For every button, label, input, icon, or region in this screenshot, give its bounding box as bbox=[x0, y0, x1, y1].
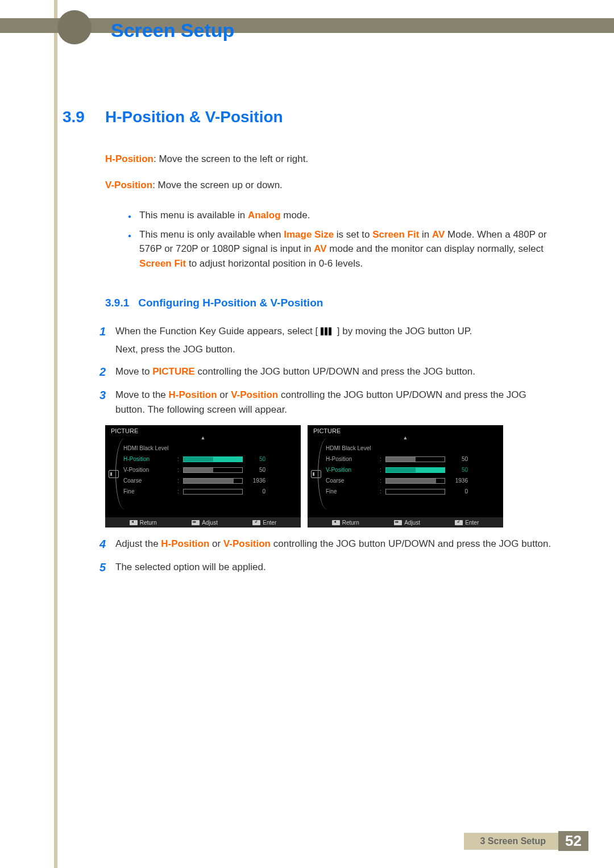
top-header-band bbox=[0, 18, 614, 33]
osd-slider bbox=[183, 456, 243, 462]
osd-row-vposition: V-Position : 50 bbox=[326, 464, 499, 475]
osd-panel-hposition: PICTURE ▲ HDMI Black Level H-Position : … bbox=[105, 425, 301, 528]
osd-curve-decoration bbox=[318, 438, 336, 509]
osd-row-hposition: H-Position : 50 bbox=[123, 454, 296, 464]
osd-row-fine: Fine : 0 bbox=[123, 486, 296, 497]
step-number: 3 bbox=[99, 387, 115, 418]
left-accent-bar bbox=[54, 0, 57, 868]
osd-row-hposition: H-Position : 50 bbox=[326, 454, 499, 464]
osd-slider bbox=[385, 478, 445, 484]
hpos-term: H-Position bbox=[105, 153, 154, 164]
enter-icon bbox=[252, 520, 260, 525]
step-number: 2 bbox=[99, 363, 115, 381]
step-3: 3 Move to the H-Position or V-Position c… bbox=[99, 387, 557, 418]
osd-slider bbox=[183, 489, 243, 495]
subsection-title: Configuring H-Position & V-Position bbox=[138, 297, 323, 309]
footer-chapter-label: 3 Screen Setup bbox=[464, 833, 558, 850]
bullet-icon: ● bbox=[128, 231, 131, 271]
section-number: 3.9 bbox=[63, 108, 105, 126]
vpos-term: V-Position bbox=[105, 180, 152, 190]
osd-title: PICTURE bbox=[105, 425, 301, 435]
bullet-icon: ● bbox=[128, 212, 131, 223]
osd-curve-decoration bbox=[115, 438, 134, 509]
osd-up-arrow-icon: ▲ bbox=[308, 435, 503, 441]
subsection-number: 3.9.1 bbox=[105, 297, 129, 309]
step-5: 5 The selected option will be applied. bbox=[99, 559, 557, 576]
osd-row-hdmi: HDMI Black Level bbox=[326, 443, 499, 454]
chapter-title: Screen Setup bbox=[111, 19, 234, 41]
enter-icon bbox=[455, 520, 463, 525]
step-1: 1 When the Function Key Guide appears, s… bbox=[99, 323, 557, 358]
note-item: ● This menu is only available when Image… bbox=[128, 227, 557, 271]
footer-page-number: 52 bbox=[558, 831, 588, 851]
osd-slider bbox=[385, 489, 445, 495]
return-icon bbox=[332, 520, 340, 525]
osd-row-hdmi: HDMI Black Level bbox=[123, 443, 296, 454]
steps-list: 1 When the Function Key Guide appears, s… bbox=[99, 323, 557, 417]
step-4: 4 Adjust the H-Position or V-Position co… bbox=[99, 535, 557, 553]
note-item: ● This menu is available in Analog mode. bbox=[128, 208, 557, 223]
osd-up-arrow-icon: ▲ bbox=[105, 435, 301, 441]
chapter-number-circle bbox=[57, 10, 92, 44]
osd-title: PICTURE bbox=[308, 425, 503, 435]
osd-panel-vposition: PICTURE ▲ HDMI Black Level H-Position : … bbox=[308, 425, 503, 528]
adjust-icon bbox=[192, 520, 200, 525]
step-number: 5 bbox=[99, 559, 115, 576]
adjust-icon bbox=[394, 520, 402, 525]
subsection-heading: 3.9.1 Configuring H-Position & V-Positio… bbox=[105, 297, 557, 309]
step-number: 1 bbox=[99, 323, 115, 358]
osd-slider bbox=[385, 456, 445, 462]
section-heading: 3.9 H-Position & V-Position bbox=[63, 108, 557, 126]
osd-footer: Return Adjust Enter bbox=[308, 517, 503, 528]
step-2: 2 Move to PICTURE controlling the JOG bu… bbox=[99, 363, 557, 381]
osd-slider bbox=[183, 478, 243, 484]
hposition-definition: H-Position: Move the screen to the left … bbox=[105, 152, 557, 167]
osd-row-coarse: Coarse : 1936 bbox=[123, 475, 296, 486]
osd-slider bbox=[183, 467, 243, 473]
osd-row-coarse: Coarse : 1936 bbox=[326, 475, 499, 486]
vposition-definition: V-Position: Move the screen up or down. bbox=[105, 178, 557, 193]
osd-footer: Return Adjust Enter bbox=[105, 517, 301, 528]
osd-screenshots: PICTURE ▲ HDMI Black Level H-Position : … bbox=[105, 425, 557, 528]
page-footer: 3 Screen Setup 52 bbox=[464, 831, 588, 851]
notes-list: ● This menu is available in Analog mode.… bbox=[128, 208, 557, 271]
section-title: H-Position & V-Position bbox=[105, 108, 283, 126]
menu-icon bbox=[321, 325, 334, 334]
return-icon bbox=[130, 520, 138, 525]
osd-slider bbox=[385, 467, 445, 473]
osd-row-vposition: V-Position : 50 bbox=[123, 464, 296, 475]
step-number: 4 bbox=[99, 535, 115, 553]
osd-row-fine: Fine : 0 bbox=[326, 486, 499, 497]
